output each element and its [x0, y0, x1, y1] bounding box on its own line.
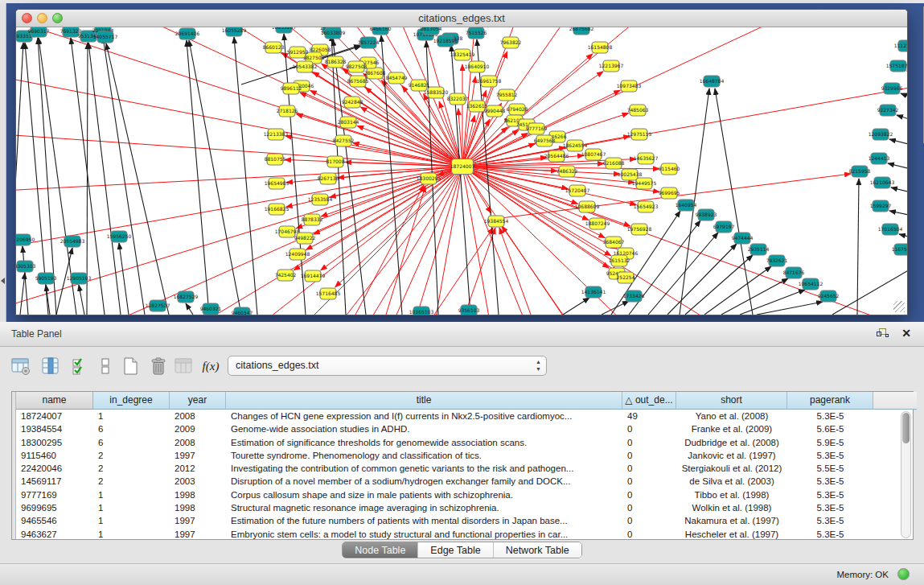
- graph-node[interactable]: 9227342: [877, 105, 899, 116]
- graph-node[interactable]: 9146821: [409, 80, 430, 91]
- graph-node[interactable]: 12213967: [599, 60, 624, 72]
- graph-node[interactable]: 9460547: [232, 307, 253, 315]
- graph-node[interactable]: 19449575: [632, 178, 657, 189]
- graph-node[interactable]: 8810755: [265, 154, 286, 165]
- graph-node[interactable]: 18807249: [585, 218, 610, 229]
- graph-node[interactable]: 9474444: [732, 233, 754, 244]
- graph-node[interactable]: 1167533: [892, 244, 907, 255]
- graph-node[interactable]: 10688609: [575, 201, 600, 212]
- graph-node[interactable]: 7963822: [500, 37, 522, 48]
- graph-node[interactable]: 16055289: [222, 27, 247, 36]
- clear-selection-icon[interactable]: [94, 355, 117, 377]
- table-row[interactable]: 1456911722003Disruption of a novel membe…: [16, 475, 873, 488]
- table-row[interactable]: 2242004622012Investigating the contribut…: [16, 462, 873, 475]
- graph-node[interactable]: 12093822: [869, 129, 893, 140]
- graph-node[interactable]: 15751874: [886, 60, 907, 72]
- graph-node[interactable]: 8427552: [333, 135, 355, 146]
- graph-node[interactable]: 19166825: [265, 204, 290, 215]
- table-selector-dropdown[interactable]: citations_edges.txt ▲▼: [228, 356, 547, 376]
- graph-node[interactable]: 8322037: [447, 93, 469, 105]
- graph-node[interactable]: 7955812: [496, 89, 518, 101]
- graph-node[interactable]: 5912953: [287, 47, 309, 58]
- select-all-rows-icon[interactable]: [69, 355, 92, 377]
- graph-node[interactable]: 20554983: [60, 236, 85, 247]
- graph-node[interactable]: 8454749: [386, 72, 408, 84]
- graph-node[interactable]: 16033809: [321, 27, 346, 39]
- graph-node[interactable]: 6466160: [370, 27, 392, 35]
- graph-node[interactable]: 19384554: [484, 216, 509, 227]
- close-panel-icon[interactable]: ✕: [901, 327, 911, 340]
- graph-node[interactable]: 15956250: [107, 231, 132, 242]
- graph-node[interactable]: 8471676: [783, 267, 805, 278]
- graph-node[interactable]: 10807467: [581, 149, 606, 160]
- graph-node[interactable]: 6216088: [603, 158, 625, 169]
- table-row[interactable]: 1938455462009Genome-wide association stu…: [16, 422, 873, 435]
- tab-edge-table[interactable]: Edge Table: [418, 542, 493, 558]
- graph-node[interactable]: 8267130: [318, 173, 339, 184]
- graph-node[interactable]: 9699695: [659, 187, 680, 199]
- table-row[interactable]: 946362711997Embryonic stem cells: a mode…: [16, 528, 873, 541]
- graph-node[interactable]: 1615132: [609, 255, 630, 266]
- graph-node[interactable]: 9938923: [696, 209, 717, 220]
- window-titlebar[interactable]: citations_edges.txt: [16, 10, 907, 27]
- graph-node[interactable]: 9356103: [458, 305, 480, 315]
- table-settings-icon[interactable]: [10, 355, 32, 377]
- column-header-name[interactable]: name: [16, 392, 93, 410]
- graph-node[interactable]: 1733426: [623, 290, 645, 302]
- graph-node[interactable]: 8186328: [325, 56, 347, 68]
- graph-node[interactable]: 9498222: [294, 233, 316, 244]
- graph-node[interactable]: 16648784: [700, 76, 725, 87]
- graph-node[interactable]: 9460321: [200, 303, 222, 315]
- graph-node[interactable]: 9777169: [526, 123, 548, 134]
- graph-node[interactable]: 12409948: [285, 249, 310, 260]
- scrollbar-thumb[interactable]: [902, 413, 910, 443]
- graph-node[interactable]: 2935114: [748, 244, 770, 255]
- graph-node[interactable]: 19654985: [265, 178, 290, 189]
- graph-node[interactable]: 18624554: [563, 140, 588, 151]
- graph-node[interactable]: 7425402: [275, 270, 297, 281]
- delete-table-icon[interactable]: [172, 355, 195, 377]
- graph-node[interactable]: 14635627: [634, 153, 659, 164]
- graph-node[interactable]: 16210643: [870, 177, 895, 188]
- tab-node-table[interactable]: Node Table: [343, 542, 418, 558]
- graph-node[interactable]: 2803144: [338, 117, 359, 128]
- graph-node[interactable]: 16827529: [174, 291, 199, 303]
- table-row[interactable]: 911546021997Tourette syndrome. Phenomeno…: [16, 449, 873, 462]
- graph-node[interactable]: 10654112: [799, 278, 823, 290]
- graph-node[interactable]: 9242848: [342, 97, 363, 108]
- table-row[interactable]: 977716911998Corpus callosum shape and si…: [16, 488, 873, 501]
- graph-node[interactable]: 1244413: [869, 153, 890, 164]
- graph-node[interactable]: 7485063: [627, 105, 649, 116]
- graph-node[interactable]: 1640954: [676, 200, 697, 211]
- float-panel-icon[interactable]: [877, 328, 889, 340]
- graph-node[interactable]: 9329966: [881, 83, 903, 94]
- graph-node[interactable]: 18724007: [450, 159, 475, 175]
- panel-collapse-handle[interactable]: [1, 278, 5, 284]
- show-columns-icon[interactable]: [39, 355, 62, 377]
- delete-icon[interactable]: [147, 355, 170, 377]
- window-resize-grip[interactable]: [893, 301, 905, 312]
- graph-node[interactable]: 6794028: [507, 104, 528, 115]
- graph-node[interactable]: 1599297: [870, 200, 892, 212]
- graph-node[interactable]: 15720407: [565, 185, 590, 196]
- graph-node[interactable]: 19756928: [627, 224, 652, 235]
- graph-node[interactable]: 16154808: [588, 42, 613, 53]
- table-row[interactable]: 969969511998Structural magnetic resonanc…: [16, 501, 873, 514]
- graph-node[interactable]: 8675685: [347, 76, 369, 87]
- graph-node[interactable]: 20564486: [544, 150, 569, 162]
- graph-node[interactable]: 9245652: [818, 290, 840, 302]
- graph-node[interactable]: 10365103: [409, 307, 434, 315]
- column-header-in_degree[interactable]: in_degree: [93, 392, 170, 410]
- graph-node[interactable]: 11121505: [894, 40, 907, 51]
- table-row[interactable]: 946554611997Estimation of the future num…: [16, 514, 873, 527]
- graph-node[interactable]: 17016504: [878, 224, 903, 235]
- column-header-year[interactable]: year: [170, 392, 226, 410]
- graph-node[interactable]: 6979197: [713, 221, 735, 233]
- graph-node[interactable]: 8813054: [421, 27, 442, 35]
- graph-node[interactable]: 12213383: [264, 129, 289, 140]
- graph-node[interactable]: 15654923: [634, 201, 659, 212]
- graph-node[interactable]: 20691406: [175, 28, 200, 39]
- graph-node[interactable]: 18640910: [465, 61, 490, 72]
- graph-node[interactable]: 12353584: [308, 194, 333, 205]
- graph-node[interactable]: 252254: [617, 272, 635, 283]
